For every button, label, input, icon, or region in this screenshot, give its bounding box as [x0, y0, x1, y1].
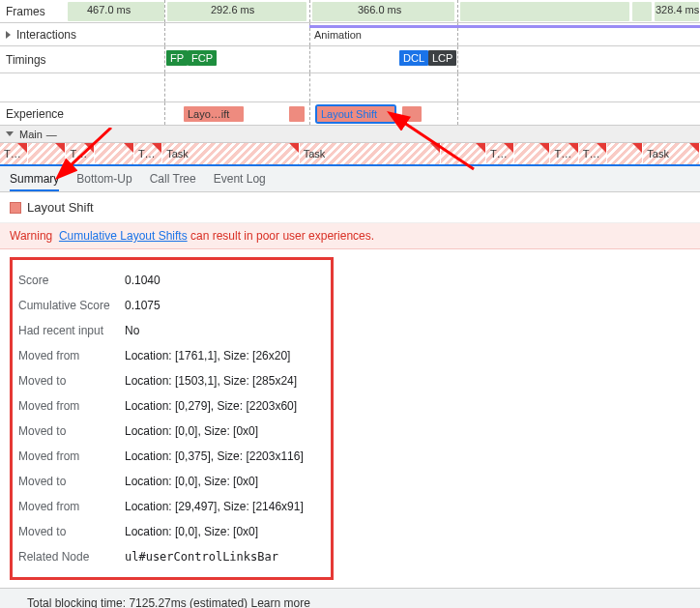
- frame-time-b: 292.6 ms: [211, 4, 254, 15]
- layoutshift-selected[interactable]: Layout Shift: [317, 106, 394, 122]
- timings-row: Timings FP FCP DCL LCP: [0, 46, 700, 73]
- experience-row: Experience Layo…ift Layout Shift: [0, 102, 700, 126]
- tab-calltree[interactable]: Call Tree: [150, 172, 196, 186]
- lcp-badge[interactable]: LCP: [428, 50, 456, 66]
- detail-key: Moved to: [18, 475, 125, 488]
- detail-value: Location: [0,0], Size: [0x0]: [125, 475, 258, 488]
- frame-time-d: 328.4 ms: [656, 4, 699, 15]
- warning-row: Warning Cumulative Layout Shifts can res…: [0, 223, 700, 249]
- detail-row: Moved fromLocation: [0,279], Size: [2203…: [18, 393, 325, 419]
- frame-time-a: 467.0 ms: [87, 4, 131, 15]
- related-node-row: Related Node ul#userControlLinksBar: [18, 544, 325, 569]
- detail-row: Moved fromLocation: [29,497], Size: [214…: [18, 494, 325, 519]
- fp-badge[interactable]: FP: [166, 50, 188, 66]
- task-seg[interactable]: Task: [300, 143, 441, 164]
- detail-value: Location: [0,279], Size: [2203x60]: [125, 399, 297, 413]
- detail-row: Moved toLocation: [0,0], Size: [0x0]: [18, 469, 325, 494]
- experience-label: Experience: [0, 107, 164, 121]
- detail-value: 0.1040: [125, 274, 160, 287]
- detail-key: Moved from: [18, 500, 125, 513]
- frames-track[interactable]: 467.0 ms 292.6 ms 366.0 ms 328.4 ms: [164, 0, 700, 22]
- detail-row: Had recent inputNo: [18, 318, 325, 343]
- summary-title-row: Layout Shift: [0, 192, 700, 223]
- details-tabs: Summary Bottom-Up Call Tree Event Log: [0, 166, 700, 192]
- detail-key: Moved from: [18, 349, 125, 362]
- layoutshift-small2[interactable]: [402, 106, 422, 122]
- footer-bar: Total blocking time: 7125.27ms (estimate…: [0, 588, 700, 608]
- timings-label: Timings: [0, 53, 164, 67]
- fcp-badge[interactable]: FCP: [188, 50, 217, 66]
- footer-text: Total blocking time: 7125.27ms (estimate…: [27, 596, 250, 608]
- detail-key: Moved to: [18, 374, 125, 388]
- task-seg[interactable]: [441, 143, 486, 164]
- color-swatch: [10, 202, 21, 214]
- task-seg[interactable]: T…: [134, 143, 162, 164]
- tab-summary[interactable]: Summary: [10, 172, 59, 186]
- tab-bottomup[interactable]: Bottom-Up: [76, 172, 131, 186]
- collapse-icon[interactable]: [6, 131, 14, 136]
- detail-key: Moved from: [18, 449, 125, 463]
- detail-row: Moved toLocation: [0,0], Size: [0x0]: [18, 519, 325, 544]
- detail-key: Cumulative Score: [18, 299, 125, 312]
- detail-key: Moved from: [18, 399, 125, 413]
- learn-more-link[interactable]: Learn more: [250, 596, 309, 608]
- detail-row: Moved fromLocation: [1761,1], Size: [26x…: [18, 343, 325, 368]
- layoutshift-trunc[interactable]: Layo…ift: [184, 106, 244, 122]
- detail-value: Location: [0,375], Size: [2203x116]: [125, 449, 304, 463]
- related-node-key: Related Node: [18, 550, 125, 564]
- detail-row: Score0.1040: [18, 268, 325, 293]
- tab-eventlog[interactable]: Event Log: [214, 172, 266, 186]
- detail-key: Had recent input: [18, 324, 125, 337]
- frame-time-c: 366.0 ms: [358, 4, 401, 15]
- main-row[interactable]: Main —: [0, 126, 700, 143]
- detail-key: Moved to: [18, 525, 125, 538]
- task-seg[interactable]: T…: [579, 143, 607, 164]
- task-seg[interactable]: T…: [0, 143, 28, 164]
- task-seg[interactable]: [514, 143, 550, 164]
- detail-value: 0.1075: [125, 299, 160, 312]
- timings-track[interactable]: FP FCP DCL LCP: [164, 46, 700, 72]
- detail-value: Location: [29,497], Size: [2146x91]: [125, 500, 304, 513]
- task-seg[interactable]: [95, 143, 134, 164]
- layoutshift-small[interactable]: [289, 106, 305, 122]
- interactions-track[interactable]: Animation: [164, 23, 700, 45]
- task-seg[interactable]: T…: [66, 143, 94, 164]
- details-box: Score0.1040Cumulative Score0.1075Had rec…: [10, 257, 334, 580]
- task-seg[interactable]: T…: [550, 143, 578, 164]
- warning-link[interactable]: Cumulative Layout Shifts: [59, 229, 188, 243]
- related-node-value[interactable]: ul#userControlLinksBar: [125, 550, 278, 564]
- task-seg[interactable]: [607, 143, 643, 164]
- frames-row: Frames 467.0 ms 292.6 ms 366.0 ms 328.4 …: [0, 0, 700, 23]
- experience-track[interactable]: Layo…ift Layout Shift: [164, 102, 700, 125]
- task-seg[interactable]: Task: [643, 143, 700, 164]
- warning-prefix: Warning: [10, 229, 52, 243]
- task-seg[interactable]: T…: [486, 143, 514, 164]
- spacer-row: [0, 73, 700, 102]
- detail-row: Moved toLocation: [1503,1], Size: [285x2…: [18, 368, 325, 393]
- summary-title: Layout Shift: [27, 200, 94, 215]
- tasks-track[interactable]: T… T… T… Task Task T… T… T… Task: [0, 143, 700, 166]
- animation-label: Animation: [314, 29, 362, 41]
- warning-suffix: can result in poor user experiences.: [188, 229, 374, 243]
- expand-icon[interactable]: [6, 31, 11, 39]
- detail-value: Location: [1503,1], Size: [285x24]: [125, 374, 297, 388]
- detail-value: No: [125, 324, 139, 337]
- detail-row: Moved toLocation: [0,0], Size: [0x0]: [18, 419, 325, 444]
- interactions-label[interactable]: Interactions: [0, 28, 164, 42]
- detail-value: Location: [1761,1], Size: [26x20]: [125, 349, 290, 362]
- detail-value: Location: [0,0], Size: [0x0]: [125, 424, 258, 438]
- detail-row: Cumulative Score0.1075: [18, 293, 325, 318]
- task-seg[interactable]: Task: [162, 143, 299, 164]
- detail-key: Score: [18, 274, 125, 287]
- detail-key: Moved to: [18, 424, 125, 438]
- interactions-row: Interactions Animation: [0, 23, 700, 46]
- task-seg[interactable]: [28, 143, 66, 164]
- detail-row: Moved fromLocation: [0,375], Size: [2203…: [18, 444, 325, 469]
- dcl-badge[interactable]: DCL: [399, 50, 428, 66]
- detail-value: Location: [0,0], Size: [0x0]: [125, 525, 258, 538]
